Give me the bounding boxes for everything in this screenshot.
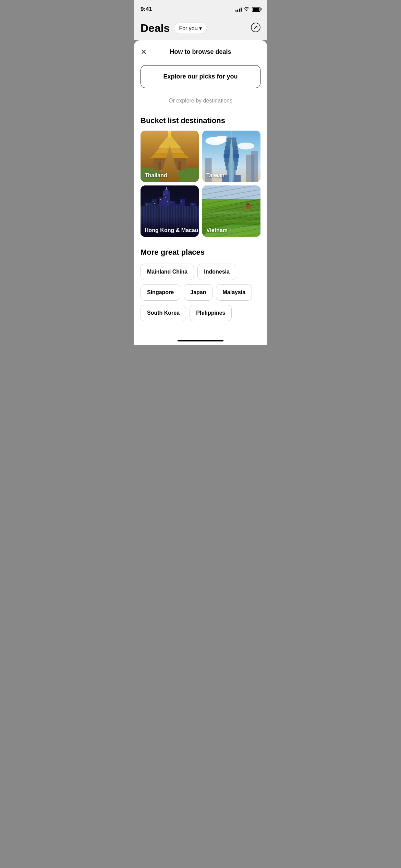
divider-line-right bbox=[236, 101, 260, 101]
svg-rect-52 bbox=[154, 203, 155, 204]
place-chip-south-korea[interactable]: South Korea bbox=[141, 305, 186, 321]
svg-rect-22 bbox=[226, 142, 237, 146]
svg-rect-56 bbox=[166, 197, 166, 198]
svg-rect-61 bbox=[186, 208, 187, 208]
svg-rect-48 bbox=[143, 209, 143, 210]
share-icon[interactable] bbox=[251, 23, 260, 34]
svg-rect-30 bbox=[222, 175, 241, 182]
for-you-label: For you bbox=[179, 25, 197, 32]
svg-rect-36 bbox=[156, 204, 160, 223]
svg-rect-46 bbox=[195, 208, 199, 223]
svg-rect-53 bbox=[160, 199, 161, 200]
svg-rect-33 bbox=[141, 206, 146, 225]
destination-grid: Thailand bbox=[141, 131, 260, 237]
svg-rect-38 bbox=[163, 191, 170, 223]
taiwan-label: Taiwan bbox=[206, 172, 224, 179]
svg-rect-9 bbox=[159, 161, 161, 170]
svg-rect-42 bbox=[175, 204, 181, 223]
destination-card-taiwan[interactable]: Taiwan bbox=[202, 131, 260, 182]
svg-rect-43 bbox=[180, 199, 185, 223]
svg-rect-34 bbox=[145, 203, 153, 223]
deals-page-header: Deals For you ▾ bbox=[134, 16, 267, 40]
vietnam-label: Vietnam bbox=[206, 227, 228, 233]
hongkong-label: Hong Kong & Macau bbox=[145, 227, 198, 233]
svg-rect-11 bbox=[160, 170, 179, 172]
destination-card-vietnam[interactable]: Vietnam bbox=[202, 185, 260, 237]
places-grid: Mainland China Indonesia bbox=[141, 264, 260, 280]
battery-icon bbox=[252, 7, 260, 12]
svg-rect-27 bbox=[225, 162, 238, 166]
places-grid-3: South Korea Philippines bbox=[141, 305, 260, 321]
bucket-list-title: Bucket list destinations bbox=[141, 116, 260, 125]
browse-deals-modal: ✕ How to browse deals Explore our picks … bbox=[134, 40, 267, 336]
place-chip-philippines[interactable]: Philippines bbox=[190, 305, 232, 321]
home-indicator bbox=[134, 336, 267, 345]
svg-rect-10 bbox=[178, 161, 181, 170]
svg-rect-62 bbox=[192, 204, 193, 205]
explore-picks-button[interactable]: Explore our picks for you bbox=[141, 65, 260, 88]
divider-line-left bbox=[141, 101, 165, 101]
home-bar bbox=[178, 340, 223, 341]
thailand-label: Thailand bbox=[145, 172, 167, 179]
close-icon: ✕ bbox=[141, 48, 147, 56]
svg-rect-58 bbox=[171, 203, 172, 203]
chevron-down-icon: ▾ bbox=[199, 25, 202, 32]
status-time: 9:41 bbox=[141, 6, 152, 13]
svg-rect-54 bbox=[162, 203, 162, 203]
divider: Or explore by destinations bbox=[141, 98, 260, 104]
svg-rect-3 bbox=[154, 158, 186, 170]
place-chip-japan[interactable]: Japan bbox=[184, 284, 212, 301]
svg-rect-50 bbox=[148, 207, 149, 207]
svg-rect-49 bbox=[147, 204, 147, 205]
svg-rect-28 bbox=[226, 166, 237, 170]
divider-text: Or explore by destinations bbox=[169, 98, 232, 104]
for-you-dropdown[interactable]: For you ▾ bbox=[174, 23, 207, 34]
place-chip-mainland-china[interactable]: Mainland China bbox=[141, 264, 194, 280]
svg-marker-69 bbox=[245, 203, 251, 205]
svg-rect-44 bbox=[184, 206, 191, 223]
place-chip-singapore[interactable]: Singapore bbox=[141, 284, 180, 301]
places-grid-2: Singapore Japan Malaysia bbox=[141, 284, 260, 301]
place-chip-indonesia[interactable]: Indonesia bbox=[197, 264, 236, 280]
svg-rect-51 bbox=[153, 201, 154, 202]
svg-rect-60 bbox=[182, 201, 182, 202]
svg-point-16 bbox=[238, 143, 255, 149]
wifi-icon bbox=[244, 7, 250, 12]
svg-rect-19 bbox=[251, 151, 258, 182]
close-button[interactable]: ✕ bbox=[141, 48, 147, 56]
status-icons bbox=[235, 7, 260, 12]
place-chip-malaysia[interactable]: Malaysia bbox=[216, 284, 252, 301]
signal-icon bbox=[235, 7, 242, 12]
modal-title: How to browse deals bbox=[170, 48, 231, 56]
svg-rect-24 bbox=[224, 150, 239, 154]
svg-rect-39 bbox=[165, 189, 168, 194]
svg-rect-35 bbox=[152, 199, 157, 223]
svg-rect-26 bbox=[224, 158, 239, 162]
destination-card-thailand[interactable]: Thailand bbox=[141, 131, 199, 182]
svg-rect-47 bbox=[141, 208, 142, 208]
svg-rect-57 bbox=[167, 201, 168, 202]
svg-rect-55 bbox=[164, 194, 165, 195]
svg-rect-25 bbox=[224, 154, 239, 158]
status-bar: 9:41 bbox=[134, 0, 267, 16]
svg-rect-67 bbox=[202, 185, 260, 199]
destination-card-hongkong[interactable]: Hong Kong & Macau bbox=[141, 185, 199, 237]
svg-rect-59 bbox=[177, 206, 177, 207]
svg-rect-68 bbox=[246, 205, 251, 209]
svg-rect-41 bbox=[170, 201, 175, 223]
svg-rect-45 bbox=[191, 203, 196, 223]
svg-rect-23 bbox=[225, 146, 238, 150]
deals-title: Deals bbox=[141, 22, 170, 35]
modal-header: ✕ How to browse deals bbox=[141, 48, 260, 56]
more-places-title: More great places bbox=[141, 248, 260, 257]
